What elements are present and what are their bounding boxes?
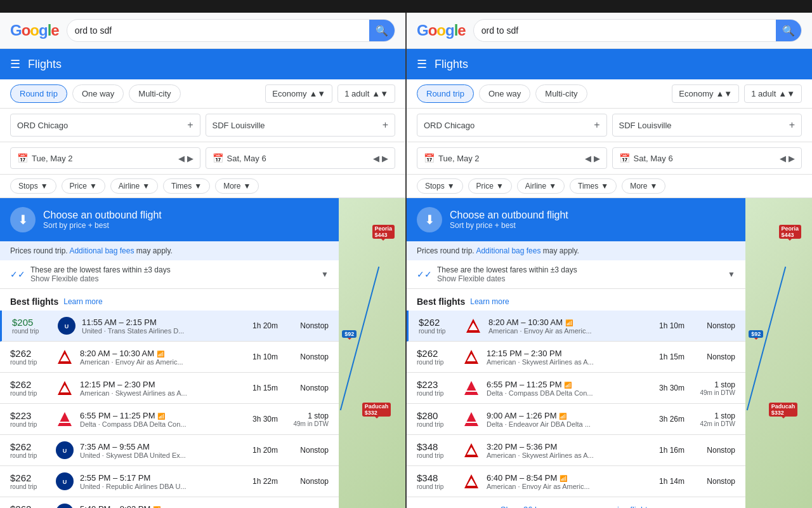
- left-search-input[interactable]: [67, 25, 369, 36]
- flight-duration-col: 3h 26m: [653, 415, 684, 424]
- right-round-trip-btn[interactable]: Round trip: [417, 84, 474, 103]
- left-round-trip-btn[interactable]: Round trip: [10, 84, 67, 103]
- left-map-tag-columbia: $92: [342, 330, 357, 338]
- right-economy-select[interactable]: Economy ▲▼: [672, 84, 739, 103]
- flight-row[interactable]: $262 round trip 12:15 PM – 2:30 PM Ameri…: [0, 373, 339, 404]
- left-chevron-down-icon[interactable]: ▼: [321, 270, 329, 279]
- flight-price: $223: [10, 410, 49, 421]
- left-filter-times[interactable]: Times ▼: [163, 178, 210, 194]
- right-search-input[interactable]: [474, 25, 776, 36]
- flight-round-trip-label: round trip: [10, 421, 49, 428]
- right-one-way-btn[interactable]: One way: [479, 84, 530, 103]
- right-return-date[interactable]: 📅 Sat, May 6 ◀ ▶: [612, 147, 802, 169]
- left-origin-field[interactable]: ORD Chicago +: [10, 114, 200, 137]
- left-content-area: ⬇ Choose an outbound flight Sort by pric…: [0, 198, 405, 508]
- left-one-way-btn[interactable]: One way: [72, 84, 124, 103]
- left-economy-select[interactable]: Economy ▲▼: [265, 84, 332, 103]
- left-map-bg: Peoria$443 $92 Paducah$332 ✕: [339, 198, 405, 508]
- left-multi-city-btn[interactable]: Multi-city: [129, 84, 180, 103]
- right-multi-city-btn[interactable]: Multi-city: [535, 84, 587, 103]
- svg-marker-6: [58, 412, 72, 426]
- flight-airline: American · Envoy Air as Americ...: [488, 327, 646, 335]
- right-passengers-select[interactable]: 1 adult ▲▼: [744, 84, 802, 103]
- flight-stops: Nonstop: [691, 477, 735, 486]
- flight-row[interactable]: $262 round trip U 2:55 PM – 5:17 PM Unit…: [0, 466, 339, 497]
- flight-round-trip-label: round trip: [417, 390, 456, 397]
- airline-logo: [462, 379, 480, 397]
- airline-logo: U: [56, 472, 74, 490]
- flight-price: $205: [12, 317, 51, 328]
- flight-row[interactable]: $223 round trip 6:55 PM – 11:25 PM 📶 Del…: [0, 404, 339, 435]
- left-filter-price[interactable]: Price ▼: [62, 178, 105, 194]
- flight-times: 6:55 PM – 11:25 PM 📶: [80, 411, 240, 420]
- left-filter-airline[interactable]: Airline ▼: [110, 178, 158, 194]
- flight-row[interactable]: $280 round trip 9:00 AM – 1:26 PM 📶 Delt…: [407, 404, 745, 435]
- flight-duration-col: 1h 10m: [653, 321, 684, 330]
- flight-row[interactable]: $348 round trip 3:20 PM – 5:36 PM Americ…: [407, 435, 745, 466]
- right-filter-stops[interactable]: Stops ▼: [417, 178, 463, 194]
- right-prev-return-date[interactable]: ◀: [780, 154, 786, 163]
- flight-row[interactable]: $262 round trip U 7:35 AM – 9:55 AM Unit…: [0, 435, 339, 466]
- right-calendar-icon-depart: 📅: [424, 153, 435, 163]
- flight-stops: Nonstop: [284, 477, 329, 486]
- left-search-button[interactable]: 🔍: [369, 19, 395, 42]
- right-depart-date[interactable]: 📅 Tue, May 2 ◀ ▶: [417, 147, 607, 169]
- right-search-button[interactable]: 🔍: [776, 19, 801, 42]
- right-date-row: 📅 Tue, May 2 ◀ ▶ 📅 Sat, May 6 ◀ ▶: [407, 142, 812, 175]
- flight-airline: Delta · Endeavor Air DBA Delta ...: [487, 420, 646, 428]
- flight-row[interactable]: $262 round trip 8:20 AM – 10:30 AM 📶 Ame…: [407, 311, 745, 342]
- right-hamburger-icon[interactable]: ☰: [417, 57, 427, 71]
- flight-duration-col: 1h 15m: [653, 352, 684, 361]
- left-depart-date[interactable]: 📅 Tue, May 2 ◀ ▶: [10, 147, 200, 169]
- right-next-return-date[interactable]: ▶: [789, 154, 795, 163]
- left-prices-note: Prices round trip. Additional bag fees m…: [0, 241, 339, 260]
- left-next-date[interactable]: ▶: [187, 154, 193, 163]
- right-next-date[interactable]: ▶: [594, 154, 600, 163]
- right-check-icon: ✓✓: [417, 269, 432, 279]
- right-chevron-down-icon[interactable]: ▼: [728, 270, 735, 279]
- right-learn-more-link[interactable]: Learn more: [470, 297, 509, 306]
- flight-row[interactable]: $262 round trip 12:15 PM – 2:30 PM Ameri…: [407, 342, 745, 373]
- left-calendar-icon-depart: 📅: [17, 153, 28, 163]
- left-next-return-date[interactable]: ▶: [382, 154, 388, 163]
- flight-duration-col: 1h 20m: [246, 446, 278, 455]
- left-destination-field[interactable]: SDF Louisville +: [206, 114, 396, 137]
- left-hamburger-icon[interactable]: ☰: [10, 57, 20, 71]
- left-prev-return-date[interactable]: ◀: [373, 154, 379, 163]
- right-filter-price[interactable]: Price ▼: [468, 178, 512, 194]
- flight-row[interactable]: $262 round trip 8:20 AM – 10:30 AM 📶 Ame…: [0, 342, 339, 373]
- left-bag-fees-link[interactable]: Additional bag fees: [69, 246, 134, 255]
- right-prices-note: Prices round trip. Additional bag fees m…: [407, 241, 745, 260]
- right-show-more[interactable]: Show 36 longer or more expensive flights: [407, 497, 745, 508]
- airline-logo: U: [56, 504, 74, 508]
- right-filter-more[interactable]: More ▼: [622, 178, 665, 194]
- flight-airline: American · Envoy Air as Americ...: [80, 358, 240, 366]
- left-filter-more[interactable]: More ▼: [215, 178, 259, 194]
- left-filter-stops[interactable]: Stops ▼: [10, 178, 56, 194]
- right-bag-fees-link[interactable]: Additional bag fees: [476, 246, 540, 255]
- right-destination-field[interactable]: SDF Louisville +: [612, 114, 802, 137]
- flight-stops: 1 stop: [691, 411, 735, 420]
- right-flexible-dates: ✓✓ These are the lowest fares within ±3 …: [407, 260, 745, 289]
- flight-row[interactable]: $223 round trip 6:55 PM – 11:25 PM 📶 Del…: [407, 373, 745, 404]
- flight-price: $262: [417, 348, 456, 359]
- left-passengers-select[interactable]: 1 adult ▲▼: [337, 84, 395, 103]
- right-trip-controls: Round trip One way Multi-city Economy ▲▼…: [407, 79, 812, 109]
- left-prev-date[interactable]: ◀: [178, 154, 185, 163]
- flight-row[interactable]: $205 round trip U 11:55 AM – 2:15 PM Uni…: [0, 311, 339, 342]
- right-filter-airline[interactable]: Airline ▼: [517, 178, 565, 194]
- right-filter-times[interactable]: Times ▼: [570, 178, 617, 194]
- flight-price-col: $262 round trip: [10, 504, 49, 508]
- right-prev-date[interactable]: ◀: [585, 154, 591, 163]
- flight-row[interactable]: $262 round trip U 5:40 PM – 8:02 PM 📶 Un…: [0, 497, 339, 508]
- left-learn-more-link[interactable]: Learn more: [63, 297, 102, 306]
- flight-stops: Nonstop: [284, 384, 329, 392]
- left-flights-list: $205 round trip U 11:55 AM – 2:15 PM Uni…: [0, 311, 339, 508]
- flight-duration-col: 3h 30m: [653, 384, 684, 392]
- flight-times-col: 8:20 AM – 10:30 AM 📶 American · Envoy Ai…: [80, 349, 240, 366]
- left-return-date[interactable]: 📅 Sat, May 6 ◀ ▶: [206, 147, 396, 169]
- right-origin-field[interactable]: ORD Chicago +: [417, 114, 607, 137]
- flight-row[interactable]: $348 round trip 6:40 PM – 8:54 PM 📶 Amer…: [407, 466, 745, 497]
- flight-duration-col: 1h 22m: [246, 477, 278, 486]
- left-google-header: Google 🔍: [0, 13, 405, 49]
